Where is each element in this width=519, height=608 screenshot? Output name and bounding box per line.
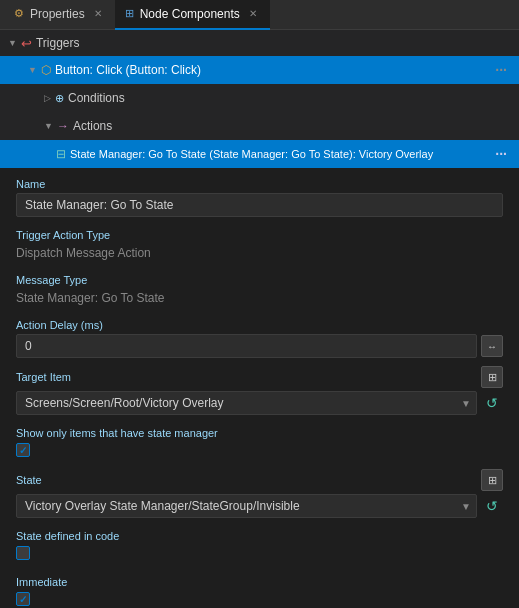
show-state-manager-checkbox-wrapper xyxy=(16,443,503,457)
show-state-manager-section: Show only items that have state manager xyxy=(0,417,519,463)
actions-arrow: ▼ xyxy=(44,121,53,131)
message-type-value: State Manager: Go To State xyxy=(16,289,503,307)
target-item-label: Target Item xyxy=(16,371,71,383)
state-action-more[interactable]: ··· xyxy=(491,146,511,162)
triggers-header: ▼ ↩ Triggers xyxy=(0,30,519,56)
tab-node-components-close[interactable]: ✕ xyxy=(246,7,260,20)
trigger-action-type-section: Trigger Action Type Dispatch Message Act… xyxy=(0,219,519,264)
properties-panel: Name State Manager: Go To State Trigger … xyxy=(0,168,519,608)
state-label: State xyxy=(16,474,42,486)
triggers-label: Triggers xyxy=(36,36,80,50)
target-item-section: Target Item ⊞ Screens/Screen/Root/Victor… xyxy=(0,360,519,417)
button-click-item[interactable]: ▼ ⬡ Button: Click (Button: Click) ··· xyxy=(0,56,519,84)
state-section: State ⊞ Victory Overlay State Manager/St… xyxy=(0,463,519,520)
action-delay-row: ↔ xyxy=(16,334,503,358)
state-defined-checkbox-wrapper xyxy=(16,546,503,560)
trigger-action-type-label: Trigger Action Type xyxy=(16,229,503,241)
tree-container: ▼ ↩ Triggers ▼ ⬡ Button: Click (Button: … xyxy=(0,30,519,168)
immediate-label: Immediate xyxy=(16,576,503,588)
tab-node-components-label: Node Components xyxy=(140,7,240,21)
tab-node-components[interactable]: ⊞ Node Components ✕ xyxy=(115,0,270,30)
immediate-checkbox[interactable] xyxy=(16,592,30,606)
state-defined-section: State defined in code xyxy=(0,520,519,566)
tab-properties-close[interactable]: ✕ xyxy=(91,7,105,20)
name-section: Name State Manager: Go To State xyxy=(0,168,519,219)
conditions-icon: ⊕ xyxy=(55,92,64,105)
state-action-icon: ⊟ xyxy=(56,147,66,161)
target-item-select[interactable]: Screens/Screen/Root/Victory Overlay xyxy=(16,391,477,415)
conditions-arrow: ▷ xyxy=(44,93,51,103)
state-defined-label: State defined in code xyxy=(16,530,503,542)
state-select[interactable]: Victory Overlay State Manager/StateGroup… xyxy=(16,494,477,518)
trigger-action-type-value: Dispatch Message Action xyxy=(16,244,503,262)
show-state-manager-label: Show only items that have state manager xyxy=(16,427,503,439)
button-click-more[interactable]: ··· xyxy=(491,62,511,78)
conditions-item[interactable]: ▷ ⊕ Conditions xyxy=(0,84,519,112)
immediate-section: Immediate xyxy=(0,566,519,608)
button-click-arrow: ▼ xyxy=(28,65,37,75)
delay-arrows-button[interactable]: ↔ xyxy=(481,335,503,357)
state-action-label: State Manager: Go To State (State Manage… xyxy=(70,148,487,160)
actions-label: Actions xyxy=(73,119,511,133)
action-delay-input[interactable] xyxy=(16,334,477,358)
state-dropdown-row: Victory Overlay State Manager/StateGroup… xyxy=(16,494,503,518)
state-reset-button[interactable]: ↺ xyxy=(481,495,503,517)
target-item-dropdown-wrapper: Screens/Screen/Root/Victory Overlay ▼ xyxy=(16,391,477,415)
target-item-dropdown-row: Screens/Screen/Root/Victory Overlay ▼ ↺ xyxy=(16,391,503,415)
tab-bar: ⚙ Properties ✕ ⊞ Node Components ✕ xyxy=(0,0,519,30)
action-delay-label: Action Delay (ms) xyxy=(16,319,503,331)
triggers-arrow: ▼ xyxy=(8,38,17,48)
actions-item[interactable]: ▼ → Actions xyxy=(0,112,519,140)
message-type-label: Message Type xyxy=(16,274,503,286)
state-target-button[interactable]: ⊞ xyxy=(481,469,503,491)
conditions-label: Conditions xyxy=(68,91,511,105)
state-dropdown-wrapper: Victory Overlay State Manager/StateGroup… xyxy=(16,494,477,518)
name-label: Name xyxy=(16,178,503,190)
tab-properties[interactable]: ⚙ Properties ✕ xyxy=(4,0,115,30)
target-item-reset-button[interactable]: ↺ xyxy=(481,392,503,414)
message-type-section: Message Type State Manager: Go To State xyxy=(0,264,519,309)
button-click-label: Button: Click (Button: Click) xyxy=(55,63,487,77)
action-delay-section: Action Delay (ms) ↔ xyxy=(0,309,519,360)
state-defined-checkbox[interactable] xyxy=(16,546,30,560)
state-action-item[interactable]: ⊟ State Manager: Go To State (State Mana… xyxy=(0,140,519,168)
actions-icon: → xyxy=(57,119,69,133)
name-value: State Manager: Go To State xyxy=(16,193,503,217)
immediate-checkbox-wrapper xyxy=(16,592,503,606)
button-icon: ⬡ xyxy=(41,63,51,77)
show-state-manager-checkbox[interactable] xyxy=(16,443,30,457)
node-icon: ⊞ xyxy=(125,7,134,20)
tab-properties-label: Properties xyxy=(30,7,85,21)
gear-icon: ⚙ xyxy=(14,7,24,20)
target-item-target-button[interactable]: ⊞ xyxy=(481,366,503,388)
triggers-icon: ↩ xyxy=(21,36,32,51)
